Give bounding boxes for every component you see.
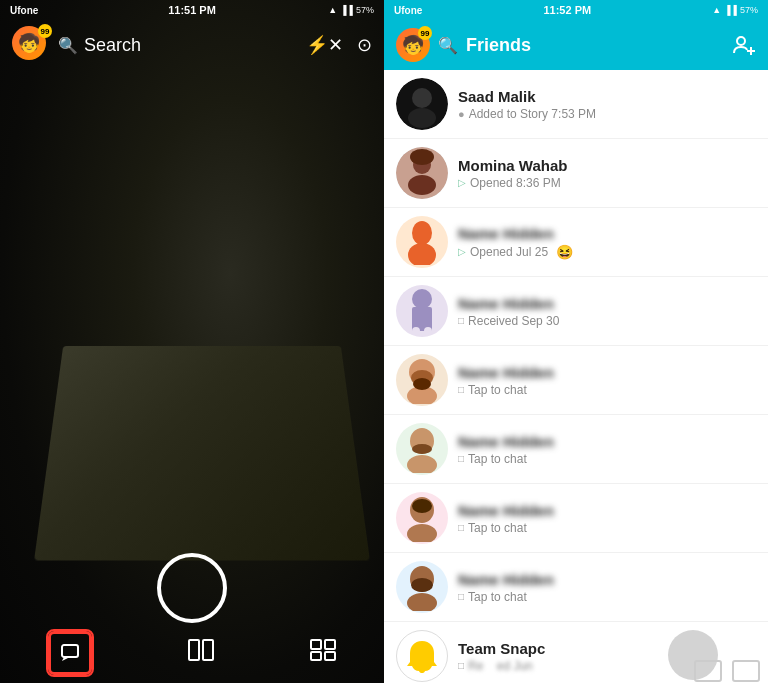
svg-point-36: [407, 593, 437, 611]
bearded-avatar: [399, 356, 445, 404]
friend-status: ● Added to Story 7:53 PM: [458, 107, 756, 121]
status-text: Tap to chat: [468, 452, 527, 466]
camera-controls: ⚡✕ ⊙: [306, 34, 372, 56]
svg-point-30: [407, 455, 437, 473]
svg-point-16: [408, 175, 436, 195]
badge-count-left: 99: [38, 24, 52, 38]
friend-item[interactable]: Name Hidden □ Received Sep 30: [384, 277, 768, 346]
friend-item[interactable]: Name Hidden ▷ Opened Jul 25 😆: [384, 208, 768, 277]
orange-avatar: [402, 219, 442, 265]
time-right: 11:52 PM: [543, 4, 591, 16]
discover-icon: [310, 639, 336, 661]
svg-rect-21: [412, 307, 432, 325]
carrier-right: Ufone: [394, 5, 422, 16]
svg-rect-7: [325, 652, 335, 660]
man3-avatar: [399, 494, 445, 542]
svg-point-34: [412, 499, 432, 513]
friend-avatar: [396, 285, 448, 337]
opened-icon: ▷: [458, 246, 466, 257]
friend-status: □ Tap to chat: [458, 452, 756, 466]
friend-info: Name Hidden □ Tap to chat: [458, 364, 756, 397]
friend-status: □ Tap to chat: [458, 590, 756, 604]
battery-left: 57%: [356, 5, 374, 15]
friend-status: ▷ Opened 8:36 PM: [458, 176, 756, 190]
shutter-button[interactable]: [157, 553, 227, 623]
friend-avatar: [396, 354, 448, 406]
status-icons-left: ▲ ▐▐ 57%: [328, 5, 374, 15]
friend-item-team-snapchat[interactable]: Team Snapc □ Re ed Jun: [384, 622, 768, 683]
user-avatar-left[interactable]: 🧒 99: [12, 26, 50, 64]
status-text: Opened 8:36 PM: [470, 176, 561, 190]
friend-info: Name Hidden □ Tap to chat: [458, 502, 756, 535]
friend-info: Name Hidden □ Received Sep 30: [458, 295, 756, 328]
status-text: Received Sep 30: [468, 314, 559, 328]
status-text: Tap to chat: [468, 383, 527, 397]
svg-rect-5: [325, 640, 335, 649]
friend-item[interactable]: Name Hidden □ Tap to chat: [384, 484, 768, 553]
search-icon: 🔍: [58, 36, 78, 55]
status-text: Opened Jul 25: [470, 245, 548, 259]
emoji-reaction: 😆: [556, 244, 573, 260]
chat-nav-button[interactable]: [48, 631, 92, 675]
status-text: Added to Story 7:53 PM: [469, 107, 596, 121]
friend-avatar: [396, 561, 448, 613]
friend-status: □ Tap to chat: [458, 521, 756, 535]
friend-avatar: [396, 216, 448, 268]
add-friend-button[interactable]: [732, 33, 756, 57]
stories-icon: [188, 639, 214, 661]
friend-info: Name Hidden ▷ Opened Jul 25 😆: [458, 225, 756, 260]
battery-right: 57%: [740, 5, 758, 15]
snapchat-ghost-icon: [402, 636, 442, 676]
shutter-area: [0, 553, 384, 623]
friends-title: Friends: [466, 35, 531, 56]
friend-name-blurred: Name Hidden: [458, 225, 756, 242]
friend-item[interactable]: Saad Malik ● Added to Story 7:53 PM: [384, 70, 768, 139]
bottom-icon-box-1: [694, 660, 722, 682]
signal-icon-right: ▐▐: [724, 5, 737, 15]
chat-icon: [60, 643, 80, 663]
friend-item[interactable]: Momina Wahab ▷ Opened 8:36 PM: [384, 139, 768, 208]
svg-rect-0: [62, 645, 78, 657]
friend-status: □ Received Sep 30: [458, 314, 756, 328]
camera-switch-icon[interactable]: ⊙: [357, 34, 372, 56]
svg-rect-6: [311, 652, 321, 660]
flash-icon[interactable]: ⚡✕: [306, 34, 343, 56]
friend-name-blurred: Name Hidden: [458, 502, 756, 519]
carrier-left: Ufone: [10, 5, 38, 16]
svg-point-18: [412, 221, 432, 245]
svg-rect-2: [189, 640, 199, 660]
friend-item[interactable]: Name Hidden □ Tap to chat: [384, 553, 768, 622]
svg-point-28: [413, 378, 431, 390]
friend-item[interactable]: Name Hidden □ Tap to chat: [384, 346, 768, 415]
status-icons-right: ▲ ▐▐ 57%: [712, 5, 758, 15]
svg-point-17: [410, 149, 434, 165]
svg-point-20: [412, 289, 432, 309]
svg-point-33: [407, 524, 437, 542]
friend-name: Momina Wahab: [458, 157, 756, 174]
svg-point-37: [411, 578, 433, 592]
discover-nav-button[interactable]: [310, 639, 336, 667]
friend-name-blurred: Name Hidden: [458, 571, 756, 588]
friend-item[interactable]: Name Hidden □ Tap to chat: [384, 415, 768, 484]
svg-point-19: [408, 243, 436, 265]
svg-point-8: [737, 37, 745, 45]
friends-header-left: 🧒 99 🔍 Friends: [396, 28, 531, 62]
friend-status: ▷ Opened Jul 25 😆: [458, 244, 756, 260]
search-icon-right[interactable]: 🔍: [438, 36, 458, 55]
status-text: Tap to chat: [468, 590, 527, 604]
left-camera-panel: Ufone 11:51 PM ▲ ▐▐ 57% 🧒 99 🔍 Search ⚡✕…: [0, 0, 384, 683]
chat-icon: □: [458, 453, 464, 464]
friend-info: Momina Wahab ▷ Opened 8:36 PM: [458, 157, 756, 190]
status-text: Tap to chat: [468, 521, 527, 535]
stories-nav-button[interactable]: [188, 639, 214, 667]
bottom-icon-box-2: [732, 660, 760, 682]
chat-icon: □: [458, 591, 464, 602]
user-avatar-right[interactable]: 🧒 99: [396, 28, 430, 62]
opened-icon: ▷: [458, 177, 466, 188]
signal-icon: ▐▐: [340, 5, 353, 15]
friend-name-blurred: Name Hidden: [458, 295, 756, 312]
search-bar[interactable]: 🔍 Search: [58, 35, 306, 56]
svg-point-12: [412, 88, 432, 108]
friend-status: □ Tap to chat: [458, 383, 756, 397]
purple-avatar: [404, 289, 440, 333]
